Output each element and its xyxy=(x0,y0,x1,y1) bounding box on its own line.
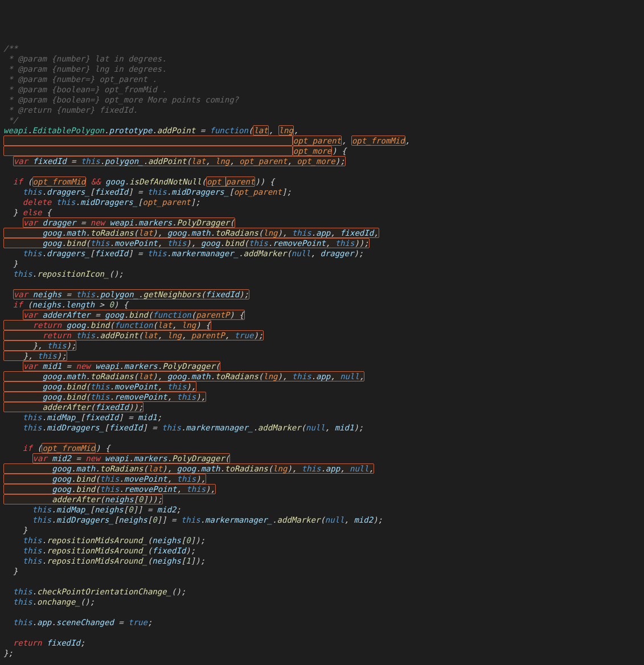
code-line: this.repositionIcon_(); xyxy=(3,269,641,279)
code-line: var adderAfter = goog.bind(function(pare… xyxy=(3,310,641,320)
code-line: this.app.sceneChanged = true; xyxy=(3,617,641,627)
code-line: this.repositionMidsAround_(neighs[1]); xyxy=(3,556,641,566)
comment-line: * @param {boolean=} opt_more More points… xyxy=(3,95,641,105)
code-line: this.draggers_[fixedId] = this.markerman… xyxy=(3,248,641,258)
code-line: }; xyxy=(3,648,641,658)
code-line: this.draggers_[fixedId] = this.midDragge… xyxy=(3,187,641,197)
code-line: delete this.midDraggers_[opt_parent]; xyxy=(3,197,641,207)
comment-line: * @param {number=} opt_parent . xyxy=(3,74,641,84)
cursor-token: opt_parent xyxy=(206,176,255,187)
comment-line: /** xyxy=(3,43,641,54)
code-line: goog.bind(this.movePoint, this), goog.bi… xyxy=(3,238,641,248)
param-opt-fromMid: opt_fromMid xyxy=(351,136,405,146)
code-line: goog.bind(this.movePoint, this), xyxy=(3,474,641,484)
code-line: }, this); xyxy=(3,340,641,351)
code-line xyxy=(3,627,641,638)
code-line: this.midDraggers_[neighs[0]] = this.mark… xyxy=(3,515,641,525)
code-line: this.checkPointOrientationChange_(); xyxy=(3,586,641,597)
text-cursor xyxy=(225,177,226,186)
code-line: var mid1 = new weapi.markers.PolyDragger… xyxy=(3,361,641,371)
code-line: this.onchange_(); xyxy=(3,597,641,607)
code-line: } xyxy=(3,258,641,269)
code-line xyxy=(3,607,641,617)
code-line: } xyxy=(3,525,641,535)
code-editor[interactable]: /** * @param {number} lat in degrees. * … xyxy=(3,43,641,658)
code-line xyxy=(3,279,641,289)
code-line: this.midMap_[fixedId] = mid1; xyxy=(3,412,641,422)
comment-line: * @param {boolean=} opt_fromMid . xyxy=(3,84,641,95)
code-line: return fixedId; xyxy=(3,638,641,648)
param-opt-more: opt_more xyxy=(293,146,332,156)
code-line: goog.bind(this.removePoint, this), xyxy=(3,484,641,494)
comment-line: */ xyxy=(3,115,641,125)
code-line: opt_parent, opt_fromMid, xyxy=(3,136,641,146)
code-line: } xyxy=(3,566,641,576)
code-line: if (opt_fromMid) { xyxy=(3,443,641,453)
code-line: if (opt_fromMid && goog.isDefAndNotNull(… xyxy=(3,176,641,187)
code-line: adderAfter(neighs[0])); xyxy=(3,494,641,504)
code-line xyxy=(3,576,641,586)
code-line: goog.math.toRadians(lat), goog.math.toRa… xyxy=(3,228,641,238)
code-line xyxy=(3,166,641,176)
param-lng: lng xyxy=(278,125,294,136)
param-opt-parent: opt_parent xyxy=(293,136,342,146)
code-line: this.repositionMidsAround_(fixedId); xyxy=(3,545,641,556)
comment-line: * @param {number} lng in degrees. xyxy=(3,64,641,74)
code-line: goog.math.toRadians(lat), goog.math.toRa… xyxy=(3,463,641,474)
code-line: var mid2 = new weapi.markers.PolyDragger… xyxy=(3,453,641,463)
code-line: } else { xyxy=(3,207,641,217)
param-lat: lat xyxy=(253,125,268,136)
code-line: goog.bind(this.movePoint, this), xyxy=(3,381,641,392)
code-line: opt_more) { xyxy=(3,146,641,156)
code-line: var neighs = this.polygon_.getNeighbors(… xyxy=(3,289,641,299)
comment-line: * @param {number} lat in degrees. xyxy=(3,54,641,64)
code-line: this.midMap_[neighs[0]] = mid2; xyxy=(3,504,641,515)
code-line: return this.addPoint(lat, lng, parentP, … xyxy=(3,330,641,340)
code-line: goog.bind(this.removePoint, this), xyxy=(3,392,641,402)
code-line: weapi.EditablePolygon.prototype.addPoint… xyxy=(3,125,641,136)
comment-line: * @return {number} fixedId. xyxy=(3,105,641,115)
code-line: this.repositionMidsAround_(neighs[0]); xyxy=(3,535,641,545)
code-line: goog.math.toRadians(lat), goog.math.toRa… xyxy=(3,371,641,381)
code-line: return goog.bind(function(lat, lng) { xyxy=(3,320,641,330)
code-line: adderAfter(fixedId)); xyxy=(3,402,641,412)
code-line: this.midDraggers_[fixedId] = this.marker… xyxy=(3,422,641,433)
code-line: var dragger = new weapi.markers.PolyDrag… xyxy=(3,217,641,228)
code-line: }, this); xyxy=(3,351,641,361)
code-line: if (neighs.length > 0) { xyxy=(3,299,641,310)
code-line xyxy=(3,433,641,443)
code-line: var fixedId = this.polygon_.addPoint(lat… xyxy=(3,156,641,166)
